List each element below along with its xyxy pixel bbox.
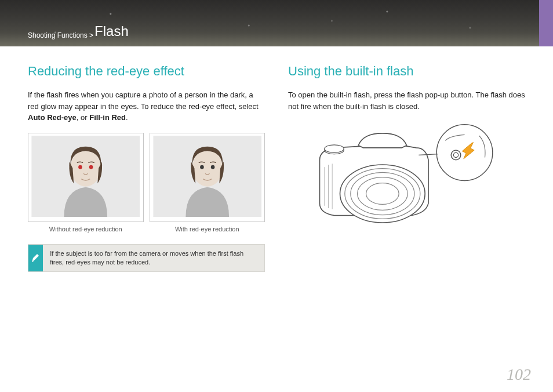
page-title: Flash bbox=[94, 23, 129, 39]
pen-icon bbox=[30, 252, 42, 264]
camera-illustration-icon bbox=[288, 121, 525, 237]
figure-with-reduction bbox=[150, 133, 265, 222]
right-column: Using the built-in flash To open the bui… bbox=[288, 64, 525, 272]
page-number: 102 bbox=[507, 365, 531, 384]
svg-point-7 bbox=[210, 165, 214, 169]
portrait-red-eyes-icon bbox=[31, 136, 141, 217]
figure-without-reduction bbox=[28, 133, 144, 222]
text-segment: , or bbox=[77, 113, 89, 122]
text-segment: . bbox=[126, 113, 128, 122]
side-tab bbox=[539, 0, 553, 46]
bold-fill-in-red: Fill-in Red bbox=[89, 113, 126, 122]
text-segment: If the flash fires when you capture a ph… bbox=[28, 90, 259, 111]
bold-auto-red-eye: Auto Red-eye bbox=[28, 113, 77, 122]
figure-row bbox=[28, 133, 265, 222]
svg-point-17 bbox=[325, 145, 344, 153]
svg-point-6 bbox=[200, 165, 204, 169]
svg-point-2 bbox=[78, 165, 82, 169]
caption-row: Without red-eye reduction With red-eye r… bbox=[28, 226, 265, 233]
heading-builtin-flash: Using the built-in flash bbox=[288, 64, 525, 79]
portrait-normal-eyes-icon bbox=[152, 136, 263, 217]
note-text: If the subject is too far from the camer… bbox=[43, 245, 264, 272]
caption-without: Without red-eye reduction bbox=[28, 226, 144, 233]
paragraph-builtin-flash: To open the built-in flash, press the fl… bbox=[288, 89, 525, 112]
paragraph-red-eye: If the flash fires when you capture a ph… bbox=[28, 89, 265, 124]
breadcrumb: Shooting Functions > bbox=[28, 31, 93, 39]
header-banner: Shooting Functions > Flash bbox=[0, 0, 553, 46]
svg-point-3 bbox=[89, 165, 93, 169]
svg-point-5 bbox=[192, 150, 222, 186]
svg-point-8 bbox=[340, 165, 425, 223]
svg-point-1 bbox=[71, 150, 101, 186]
heading-red-eye: Reducing the red-eye effect bbox=[28, 64, 265, 79]
caption-with: With red-eye reduction bbox=[150, 226, 265, 233]
note-icon bbox=[28, 245, 43, 272]
content-area: Reducing the red-eye effect If the flash… bbox=[0, 46, 553, 272]
left-column: Reducing the red-eye effect If the flash… bbox=[28, 64, 265, 272]
note-box: If the subject is too far from the camer… bbox=[28, 244, 265, 273]
